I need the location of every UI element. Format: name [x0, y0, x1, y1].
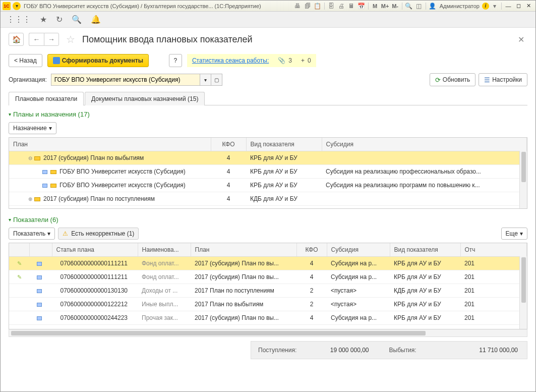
tab-plan-indicators[interactable]: Плановые показатели: [9, 92, 84, 105]
home-button[interactable]: 🏠: [9, 33, 24, 46]
col-plan2[interactable]: План: [191, 243, 296, 257]
table-row[interactable]: ✎07060000000000111211Фонд оплат...2017 (…: [9, 270, 527, 284]
org-open-icon[interactable]: ▢: [211, 74, 222, 86]
memory-mminus-button[interactable]: M-: [391, 2, 400, 11]
calc-icon[interactable]: 🖩: [347, 2, 356, 11]
clipboard-icon[interactable]: 📋: [313, 2, 322, 11]
col-name[interactable]: Наименова...: [138, 243, 191, 257]
back-button[interactable]: ←: [29, 33, 44, 46]
calendar-icon[interactable]: 📅: [357, 2, 366, 11]
panels-icon[interactable]: ◫: [414, 2, 424, 11]
main-toolbar: ⋮⋮⋮ ★ ↻ 🔍 🔔: [1, 12, 535, 28]
forward-button[interactable]: →: [44, 33, 59, 46]
tabs: Плановые показатели Документы плановых н…: [9, 91, 527, 105]
table-row[interactable]: ГОБУ ВПО Университет искусств (Субсидия)…: [9, 165, 527, 179]
org-label: Организация:: [9, 76, 47, 83]
table-row[interactable]: ⊖2017 (субсидия) План по выбытиям4КРБ дл…: [9, 151, 527, 165]
back-step-button[interactable]: < Назад: [9, 54, 42, 67]
plus-count: 0: [308, 57, 311, 64]
pencil-icon: ✎: [17, 274, 22, 280]
pencil-icon: ✎: [17, 260, 22, 266]
col-kfo2[interactable]: КФО: [296, 243, 327, 257]
org-input[interactable]: [51, 74, 200, 86]
favorites-icon[interactable]: ★: [40, 15, 47, 24]
income-value: 19 000 000,00: [330, 347, 369, 354]
tab-plan-documents[interactable]: Документы плановых назначений (15): [85, 92, 205, 105]
col-kfo[interactable]: КФО: [211, 138, 246, 151]
stats-link[interactable]: Статистика сеанса работы:: [192, 57, 269, 64]
form-documents-button[interactable]: Сформировать документы: [47, 54, 149, 67]
apps-icon[interactable]: ⋮⋮⋮: [7, 15, 31, 24]
table-row[interactable]: 07060000000000130130Доходы от ...2017 Пл…: [9, 284, 527, 298]
col-mark[interactable]: [29, 243, 52, 257]
form-documents-label: Сформировать документы: [62, 57, 143, 64]
attach-icon: 📎: [278, 57, 285, 64]
print-icon[interactable]: 🖶: [293, 2, 302, 11]
col-ot[interactable]: Отч: [460, 243, 527, 257]
totals-footer: Поступления: 19 000 000,00 Выбытия: 11 7…: [251, 341, 527, 359]
indicators-table: Статья плана Наименова... План КФО Субси…: [9, 243, 527, 329]
indicator-button[interactable]: Показатель ▾: [9, 228, 55, 240]
compare-icon[interactable]: 🗄: [327, 2, 336, 11]
table-row[interactable]: ⊕2017 (субсидия) План по поступлениям4КД…: [9, 192, 527, 206]
app-logo-icon: 1C: [3, 2, 11, 10]
app-dropdown-icon[interactable]: ▾: [13, 2, 21, 10]
outcome-label: Выбытия:: [389, 347, 416, 354]
current-user: Администратор: [438, 3, 482, 9]
action-row: < Назад Сформировать документы ? Статист…: [9, 54, 527, 67]
plans-section-title[interactable]: Планы и назначения (17): [9, 110, 527, 118]
income-label: Поступления:: [258, 347, 296, 354]
indicators-h-scrollbar[interactable]: [9, 329, 527, 337]
plus-icon: +: [301, 57, 305, 64]
close-page-button[interactable]: ✕: [515, 35, 527, 44]
indicators-section-title[interactable]: Показатели (6): [9, 216, 527, 223]
history-icon[interactable]: ↻: [56, 15, 63, 24]
outcome-value: 11 710 000,00: [479, 347, 518, 354]
col-plan[interactable]: План: [9, 138, 211, 151]
table-row[interactable]: 07060000000000244223Прочая зак...2017 (с…: [9, 311, 527, 325]
page-header: 🏠 ← → ☆ Помощник ввода плановых показате…: [9, 33, 527, 46]
more-button[interactable]: Еще ▾: [501, 228, 527, 240]
plans-scrollbar[interactable]: [519, 151, 527, 208]
assignment-button[interactable]: Назначение ▾: [9, 122, 56, 134]
memory-mplus-button[interactable]: M+: [381, 2, 390, 11]
col-article[interactable]: Статья плана: [52, 243, 138, 257]
col-vid[interactable]: Вид показателя: [246, 138, 322, 151]
col-vid2[interactable]: Вид показателя: [390, 243, 460, 257]
warnings-chip[interactable]: ⚠Есть некорректные (1): [58, 228, 139, 240]
col-subsidy2[interactable]: Субсидия: [327, 243, 390, 257]
indicators-scrollbar[interactable]: [519, 256, 527, 329]
session-stats: Статистика сеанса работы: 📎3 +0: [187, 54, 316, 67]
refresh-button[interactable]: ⟳Обновить: [430, 73, 475, 86]
table-row[interactable]: 07060000000000122212Иные выпл...2017 Пла…: [9, 298, 527, 311]
zoom-icon[interactable]: 🔍: [404, 2, 413, 11]
col-subsidy[interactable]: Субсидия: [322, 138, 527, 151]
chevron-down-icon: ▾: [49, 125, 52, 132]
preview-icon[interactable]: 🗐: [303, 2, 312, 11]
memory-m-button[interactable]: M: [371, 2, 380, 11]
settings-icon: ☰: [484, 76, 490, 84]
settings-button[interactable]: ☰Настройки: [479, 73, 527, 86]
info-icon[interactable]: i: [482, 3, 489, 10]
chevron-down-icon: ▾: [520, 230, 523, 237]
print2-icon[interactable]: 🖨: [337, 2, 346, 11]
info-dropdown-icon[interactable]: ▾: [490, 2, 499, 11]
table-row[interactable]: ✎07060000000000111211Фонд оплат...2017 (…: [9, 257, 527, 270]
search-icon[interactable]: 🔍: [72, 15, 82, 24]
save-disk-icon: [53, 57, 60, 64]
plans-table: План КФО Вид показателя Субсидия ⊖2017 (…: [9, 137, 527, 209]
maximize-button[interactable]: ◻: [514, 2, 523, 11]
minimize-button[interactable]: —: [504, 2, 513, 11]
page-title: Помощник ввода плановых показателей: [82, 34, 515, 45]
notifications-icon[interactable]: 🔔: [91, 15, 101, 24]
table-row[interactable]: ГОБУ ВПО Университет искусств (Субсидия)…: [9, 179, 527, 192]
help-button[interactable]: ?: [169, 54, 182, 67]
attach-count: 3: [288, 57, 292, 64]
org-row: Организация: ▾ ▢ ⟳Обновить ☰Настройки: [9, 73, 527, 86]
favorite-star-icon[interactable]: ☆: [66, 33, 75, 45]
col-edit[interactable]: [9, 243, 29, 257]
refresh-icon: ⟳: [435, 76, 441, 84]
close-window-button[interactable]: ✕: [524, 2, 533, 11]
title-bar: 1C ▾ ГОБУ ВПО Университет искусств (Субс…: [1, 1, 535, 12]
org-dropdown-icon[interactable]: ▾: [200, 74, 211, 86]
